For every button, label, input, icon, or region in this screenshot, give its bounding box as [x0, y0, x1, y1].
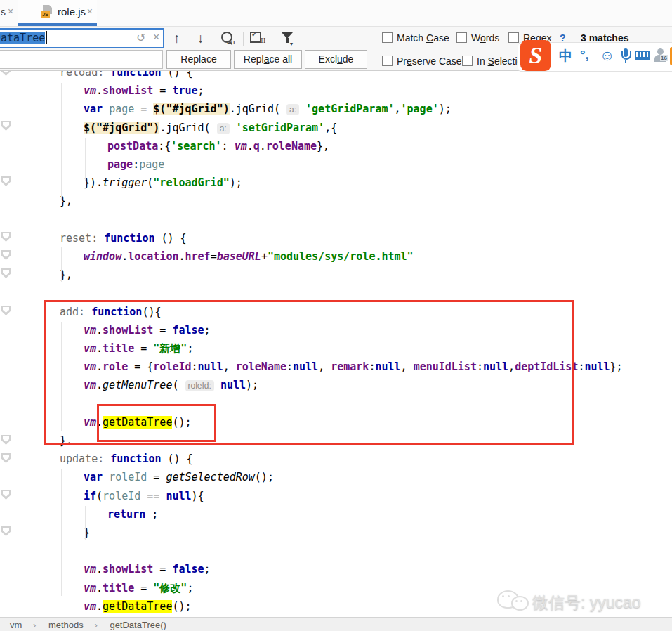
code-editor[interactable]: reload: function () {vm.showList = true;…	[0, 0, 672, 617]
replace-input[interactable]	[0, 50, 163, 69]
code-line[interactable]: },	[60, 431, 72, 450]
code-line[interactable]: vm.role = {roleId:null, roleName:null, r…	[84, 358, 623, 376]
close-icon[interactable]: ×	[8, 6, 13, 17]
code-token: =	[153, 324, 172, 337]
code-line[interactable]: reset: function () {	[60, 229, 187, 247]
code-line[interactable]: $("#jqGrid").jqGrid( a: 'setGridParam',{	[84, 119, 337, 137]
clear-search-icon[interactable]: ×	[153, 31, 159, 44]
code-token: 'getGridParam'	[305, 103, 394, 115]
find-all-icon[interactable]: ALL	[220, 32, 238, 47]
breadcrumb-item-methods[interactable]: methods	[48, 620, 84, 630]
tab-bar: s × JS role.js ×	[0, 0, 672, 27]
emoji-icon[interactable]: ☺	[600, 47, 614, 64]
sogou-logo-icon[interactable]: S	[520, 40, 551, 71]
fold-marker-icon[interactable]	[1, 490, 11, 500]
code-token: ;	[204, 324, 211, 337]
match-case-checkbox[interactable]	[382, 32, 393, 43]
breadcrumb-item-getdatatree[interactable]: getDataTree()	[110, 620, 166, 630]
code-line[interactable]: vm.title = "新增";	[84, 339, 193, 358]
chinese-english-toggle-icon[interactable]: 中	[559, 47, 572, 65]
fold-marker-icon[interactable]	[1, 250, 11, 260]
breadcrumb-item-vm[interactable]: vm	[10, 620, 22, 630]
preserve-case-checkbox[interactable]	[382, 56, 393, 66]
fold-marker-icon[interactable]	[1, 268, 11, 278]
code-token: ==	[140, 490, 166, 502]
code-token: :	[477, 360, 483, 373]
tab-role-js[interactable]: JS role.js ×	[18, 0, 97, 26]
search-history-icon[interactable]: ↺	[136, 31, 145, 44]
toolbar-separator	[243, 32, 244, 46]
code-line[interactable]: update: function () {	[60, 450, 193, 468]
previous-occurrence-icon[interactable]: ↑	[173, 31, 180, 46]
code-line[interactable]: vm.showList = false;	[84, 560, 211, 578]
indent-guide	[61, 322, 62, 431]
indent-guide	[85, 506, 86, 540]
code-token: roleId	[109, 471, 147, 483]
code-token: :	[286, 360, 293, 373]
code-token: },	[60, 434, 72, 447]
code-token: ;	[187, 342, 193, 355]
code-line[interactable]: add: function(){	[60, 303, 162, 321]
code-token: vm	[84, 360, 96, 373]
code-token: null	[220, 379, 246, 391]
code-line[interactable]: vm.showList = true;	[84, 82, 204, 100]
code-token: return	[107, 508, 145, 521]
code-token: true	[172, 84, 197, 97]
code-token	[230, 122, 236, 134]
select-all-occurrences-icon[interactable]: ✓II	[250, 32, 268, 47]
code-token: null	[584, 360, 610, 373]
gutter-separator	[37, 70, 37, 617]
fold-marker-icon[interactable]	[1, 232, 11, 242]
replace-button[interactable]: Replace	[166, 50, 231, 69]
code-token: 'setGridParam'	[236, 122, 324, 134]
code-token: .jqGrid(	[159, 122, 216, 134]
in-selection-checkbox[interactable]	[462, 56, 473, 66]
close-icon[interactable]: ×	[87, 6, 93, 17]
replace-all-button[interactable]: Replace all	[234, 50, 302, 69]
code-token: "修改"	[153, 582, 187, 594]
breadcrumb-bar: vm › methods › getDataTree()	[0, 617, 672, 631]
code-token: () {	[154, 232, 186, 245]
keyboard-icon[interactable]	[635, 51, 650, 60]
words-checkbox[interactable]	[456, 32, 467, 43]
regex-checkbox[interactable]	[508, 32, 519, 43]
code-token: vm	[235, 140, 247, 152]
code-line[interactable]: postData:{'search': vm.q.roleName},	[107, 137, 329, 155]
code-line[interactable]: vm.getDataTree();	[84, 597, 192, 616]
code-line[interactable]: vm.getDataTree();	[84, 413, 192, 431]
code-line[interactable]: return ;	[107, 505, 158, 523]
fold-marker-icon[interactable]	[1, 453, 11, 463]
fold-marker-icon[interactable]	[1, 306, 11, 316]
code-line[interactable]: window.location.href=baseURL+"modules/sy…	[84, 247, 414, 266]
code-line[interactable]: vm.getMenuTree( roleId: null);	[84, 376, 258, 394]
fold-marker-icon[interactable]	[1, 121, 11, 131]
code-line[interactable]: var roleId = getSelectedRow();	[84, 468, 274, 486]
code-token: showList	[103, 324, 153, 337]
next-occurrence-icon[interactable]: ↓	[197, 31, 204, 46]
search-input[interactable]: DataTree ↺ ×	[0, 28, 164, 48]
code-line[interactable]: if(roleId == null){	[84, 487, 204, 505]
code-token: :	[133, 158, 139, 171]
exclude-button[interactable]: Exclude	[305, 50, 367, 69]
punctuation-icon[interactable]: °,	[580, 47, 589, 63]
code-line[interactable]: vm.showList = false;	[84, 321, 211, 339]
code-token: ;	[198, 84, 204, 97]
code-token: function	[104, 232, 154, 245]
indent-guide	[85, 138, 86, 181]
code-line[interactable]: vm.title = "修改";	[84, 579, 193, 597]
code-token: roleId:	[185, 380, 214, 391]
code-token: ();	[255, 471, 274, 483]
code-token: null	[375, 360, 400, 373]
code-line[interactable]: var page = $("#jqGrid").jqGrid( a: 'getG…	[84, 100, 452, 118]
tab-partial[interactable]: s ×	[0, 0, 18, 26]
code-token: postData	[107, 140, 158, 152]
code-line[interactable]: page:page	[107, 155, 164, 174]
voice-input-icon[interactable]	[621, 48, 631, 64]
fold-marker-icon[interactable]	[1, 526, 11, 536]
account-icon[interactable]: 16	[654, 48, 668, 64]
fold-marker-icon[interactable]	[1, 176, 11, 186]
filter-icon[interactable]: ▾	[282, 32, 297, 48]
fold-marker-icon[interactable]	[1, 435, 11, 445]
code-line[interactable]: }).trigger("reloadGrid");	[84, 174, 242, 192]
code-token: q	[253, 140, 260, 152]
